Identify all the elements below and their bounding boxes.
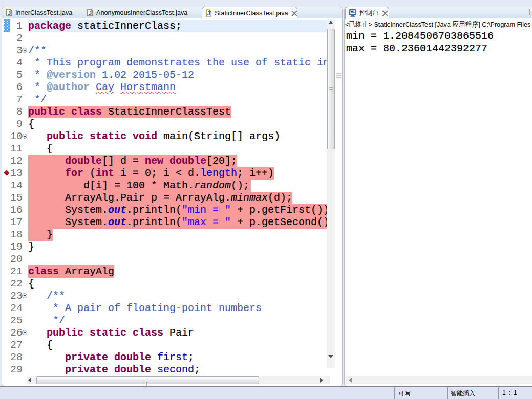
- svg-text:J: J: [207, 10, 210, 16]
- svg-text:J: J: [8, 10, 11, 16]
- svg-text:J: J: [89, 10, 92, 16]
